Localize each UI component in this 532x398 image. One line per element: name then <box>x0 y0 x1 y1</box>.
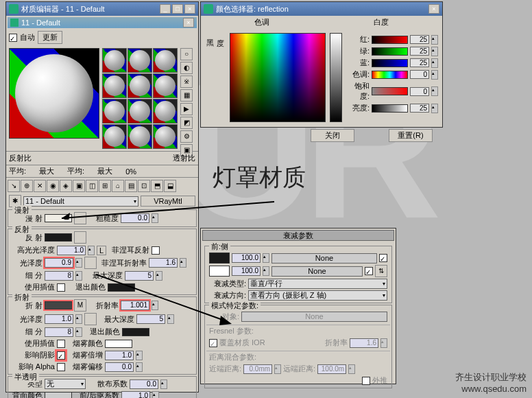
auto-checkbox[interactable] <box>9 34 17 42</box>
tb-btn[interactable]: ◉ <box>47 180 59 192</box>
mat-titlebar[interactable]: 材质编辑器 - 11 - Default _ □ × <box>6 2 198 16</box>
v-slider[interactable] <box>372 104 408 113</box>
ior-value[interactable]: 1.001 <box>121 301 149 310</box>
mat-slot[interactable] <box>153 99 178 124</box>
falloff-header[interactable]: 衰减参数 <box>202 230 394 241</box>
reset-color-button[interactable]: 重置(R) <box>389 129 433 142</box>
spinner[interactable]: ▴ <box>431 86 438 96</box>
spinner[interactable]: ▴ <box>431 104 438 113</box>
tb-btn[interactable]: ⬒ <box>151 180 163 192</box>
fog-swatch[interactable] <box>105 340 132 348</box>
map-btn[interactable]: M <box>74 299 86 312</box>
side-swatch[interactable] <box>209 266 230 277</box>
rgloss-value[interactable]: 1.0 <box>45 314 73 324</box>
map-btn[interactable] <box>84 257 97 269</box>
material-preview[interactable] <box>9 48 99 139</box>
fresnel-ior-value[interactable]: 1.6 <box>149 258 178 268</box>
map-btn[interactable] <box>74 212 86 224</box>
hue-field[interactable] <box>230 33 326 122</box>
front-checkbox[interactable] <box>379 254 387 262</box>
tool-btn[interactable]: ⚙ <box>180 130 193 143</box>
tb-btn[interactable]: ⊞ <box>99 180 111 192</box>
spinner[interactable]: ▴ <box>431 70 438 80</box>
spinner[interactable]: ▴ <box>263 253 269 263</box>
spinner[interactable]: ▴ <box>274 364 281 374</box>
spinner[interactable]: ▴ <box>263 266 269 276</box>
extrap-checkbox[interactable] <box>362 377 370 385</box>
spinner[interactable]: ▴ <box>136 362 143 372</box>
interp-checkbox[interactable] <box>57 283 65 292</box>
rsub-value[interactable]: 8 <box>45 327 73 337</box>
tb-btn[interactable]: ✕ <box>34 180 46 192</box>
spinner[interactable]: ▴ <box>431 58 438 68</box>
fogm-value[interactable]: 1.0 <box>105 351 134 360</box>
fresnel-checkbox[interactable] <box>152 246 160 255</box>
mat-slot[interactable] <box>128 48 152 73</box>
spinner[interactable]: ▴ <box>167 314 174 324</box>
map-btn[interactable] <box>84 313 97 325</box>
tool-btn[interactable]: ※ <box>180 75 193 88</box>
close-button[interactable]: × <box>428 4 439 14</box>
color-titlebar[interactable]: 颜色选择器: reflection × <box>201 2 442 16</box>
map-btn[interactable] <box>74 231 86 244</box>
spinner[interactable]: ▴ <box>180 258 186 268</box>
spinner[interactable]: ▴ <box>88 246 95 255</box>
mat-slot[interactable] <box>102 73 127 98</box>
update-button[interactable]: 更新 <box>38 31 62 44</box>
tool-btn[interactable]: ○ <box>180 48 193 60</box>
tb-btn[interactable]: ⌂ <box>112 180 124 192</box>
spinner[interactable]: ▴ <box>152 301 158 310</box>
close-button[interactable]: × <box>184 4 195 14</box>
r-value[interactable]: 25 <box>410 35 429 44</box>
front-value[interactable]: 100.0 <box>232 253 261 263</box>
back-swatch[interactable] <box>45 392 72 399</box>
mat-slot[interactable] <box>128 73 152 98</box>
fb-value[interactable]: 1.0 <box>121 391 150 399</box>
tool-btn[interactable]: ◩ <box>180 117 193 129</box>
s-slider[interactable] <box>372 87 408 95</box>
tb-btn[interactable]: ⬓ <box>164 180 176 192</box>
near-value[interactable]: 0.0mm <box>243 364 272 374</box>
scatter-value[interactable]: 0.0 <box>130 379 158 389</box>
gloss-value[interactable]: 0.9 <box>45 258 73 268</box>
sub-close-button[interactable]: × <box>183 18 194 27</box>
obj-button[interactable]: None <box>241 312 387 322</box>
tb-btn[interactable]: ↘ <box>8 180 20 192</box>
far-value[interactable]: 100.0m <box>317 364 346 374</box>
refract-swatch[interactable] <box>45 301 72 309</box>
shadow-checkbox[interactable] <box>57 351 65 360</box>
fogb-value[interactable]: 0.0 <box>105 362 134 372</box>
mat-slot[interactable] <box>102 48 127 73</box>
b-value[interactable]: 25 <box>410 58 429 67</box>
mat-slot[interactable] <box>102 124 127 149</box>
tool-btn[interactable]: ▦ <box>180 89 193 102</box>
material-name-field[interactable]: 11 - Default <box>23 196 138 207</box>
b-slider[interactable] <box>372 59 408 67</box>
front-swatch[interactable] <box>209 253 230 264</box>
spinner[interactable]: ▴ <box>431 35 438 45</box>
tb-btn[interactable]: ▣ <box>73 180 85 192</box>
spinner[interactable]: ▴ <box>380 338 387 348</box>
tb-btn[interactable]: ⊡ <box>138 180 150 192</box>
side-map-button[interactable]: None <box>271 266 363 277</box>
spinner[interactable]: ▴ <box>75 271 82 281</box>
mat-slot[interactable] <box>153 48 178 73</box>
diffuse-swatch[interactable] <box>45 214 72 222</box>
spinner[interactable]: ▴ <box>160 379 167 389</box>
rinterp-checkbox[interactable] <box>57 340 65 348</box>
v-value[interactable]: 25 <box>410 104 429 113</box>
spinner[interactable]: ▴ <box>152 213 158 223</box>
s-value[interactable]: 0 <box>410 87 429 96</box>
tb-btn[interactable]: ◈ <box>60 180 72 192</box>
side-value[interactable]: 100.0 <box>232 266 261 276</box>
spinner[interactable]: ▴ <box>348 364 355 374</box>
material-type-button[interactable]: VRayMtl <box>141 196 195 207</box>
alpha-checkbox[interactable] <box>57 363 65 371</box>
fior-value[interactable]: 1.6 <box>350 338 378 348</box>
maximize-button[interactable]: □ <box>172 4 183 14</box>
h-slider[interactable] <box>372 71 408 79</box>
exit-swatch[interactable] <box>108 283 135 292</box>
rexit-swatch[interactable] <box>122 328 149 336</box>
front-map-button[interactable]: None <box>271 253 377 264</box>
depth-value[interactable]: 5 <box>125 271 154 281</box>
